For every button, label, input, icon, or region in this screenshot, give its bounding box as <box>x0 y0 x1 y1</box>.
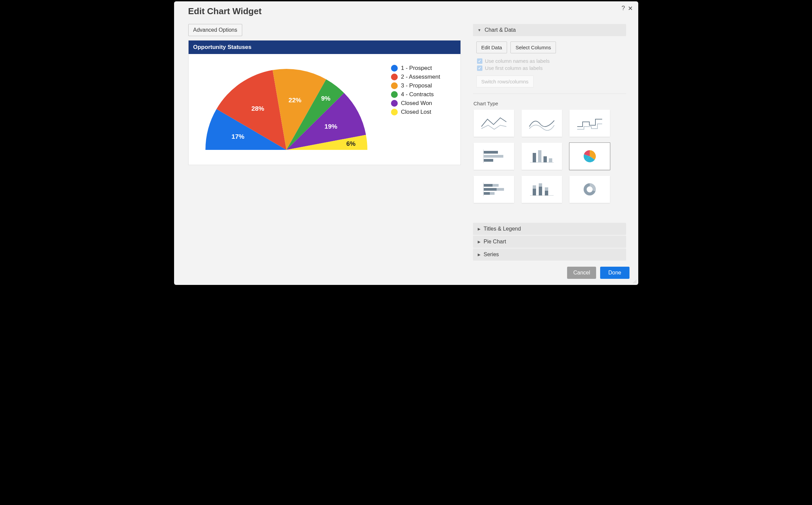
svg-rect-2 <box>484 155 503 158</box>
section-label: Series <box>484 251 499 258</box>
svg-rect-10 <box>484 184 493 187</box>
legend-label: 1 - Prospect <box>401 65 432 72</box>
legend-swatch <box>391 91 398 98</box>
legend-item: 1 - Prospect <box>391 65 440 72</box>
chart-type-grid <box>473 110 626 203</box>
chevron-right-icon: ▶ <box>478 240 480 244</box>
svg-rect-15 <box>490 192 495 195</box>
help-icon[interactable]: ? <box>621 5 625 12</box>
legend-swatch <box>391 109 398 115</box>
legend-item: Closed Lost <box>391 109 440 115</box>
svg-rect-22 <box>545 187 548 191</box>
legend-label: 4 - Contracts <box>401 91 434 98</box>
section-chart-and-data[interactable]: ▼ Chart & Data <box>473 24 626 36</box>
svg-rect-18 <box>533 185 536 189</box>
chevron-right-icon: ▶ <box>478 252 480 257</box>
use-column-names-label: Use column names as labels <box>485 58 550 64</box>
advanced-options-button[interactable]: Advanced Options <box>188 24 243 36</box>
legend-label: Closed Lost <box>401 109 431 115</box>
svg-rect-7 <box>543 156 547 162</box>
svg-rect-13 <box>497 188 504 191</box>
svg-rect-11 <box>493 184 499 187</box>
legend-item: Closed Won <box>391 100 440 107</box>
chart-title: Opportunity Statuses <box>189 41 460 54</box>
chart-type-bar-v[interactable] <box>522 143 562 170</box>
done-button[interactable]: Done <box>600 267 629 279</box>
chevron-down-icon: ▼ <box>478 28 481 32</box>
slice-label: 28% <box>251 105 264 112</box>
svg-rect-17 <box>533 189 536 195</box>
legend-swatch <box>391 74 398 80</box>
legend-item: 4 - Contracts <box>391 91 440 98</box>
slice-label: 9% <box>321 95 330 102</box>
section-titles-legend[interactable]: ▶ Titles & Legend <box>473 223 626 235</box>
section-label: Pie Chart <box>484 239 506 245</box>
svg-rect-19 <box>539 187 542 195</box>
legend-label: Closed Won <box>401 100 432 107</box>
use-column-names-checkbox[interactable]: ✓ <box>477 58 482 64</box>
dialog-title: Edit Chart Widget <box>188 6 262 17</box>
use-first-column-checkbox[interactable]: ✓ <box>477 65 482 71</box>
svg-point-24 <box>587 186 593 192</box>
legend-swatch <box>391 65 398 72</box>
slice-label: 6% <box>346 140 356 147</box>
svg-rect-5 <box>533 153 536 162</box>
svg-rect-12 <box>484 188 497 191</box>
switch-rows-columns-button[interactable]: Switch rows/columns <box>476 76 534 87</box>
chart-type-pie[interactable] <box>569 143 610 170</box>
chart-type-step-line[interactable] <box>569 110 610 137</box>
edit-chart-widget-dialog: ? ✕ Edit Chart Widget Advanced Options O… <box>174 1 638 285</box>
chart-type-label: Chart Type <box>473 94 626 110</box>
svg-rect-21 <box>545 191 548 195</box>
chart-type-bar-h-stacked[interactable] <box>474 176 514 203</box>
legend-item: 3 - Proposal <box>391 82 440 89</box>
section-label: Chart & Data <box>484 27 515 33</box>
legend-swatch <box>391 100 398 107</box>
section-series[interactable]: ▶ Series <box>473 248 626 261</box>
chart-type-donut[interactable] <box>569 176 610 203</box>
chart-preview-card: Opportunity Statuses 17%28%22%9%19%6% 1 … <box>188 40 461 165</box>
legend-label: 2 - Assessment <box>401 74 440 80</box>
close-icon[interactable]: ✕ <box>628 5 633 12</box>
cancel-button[interactable]: Cancel <box>567 267 596 279</box>
svg-rect-14 <box>484 192 490 195</box>
chart-type-bar-h[interactable] <box>474 143 514 170</box>
half-pie-chart: 17%28%22%9%19%6% <box>202 62 384 157</box>
slice-label: 17% <box>231 133 244 140</box>
select-columns-button[interactable]: Select Columns <box>510 42 556 53</box>
svg-rect-6 <box>538 150 541 162</box>
svg-rect-3 <box>484 159 493 162</box>
chart-legend: 1 - Prospect2 - Assessment3 - Proposal4 … <box>391 62 440 157</box>
slice-label: 19% <box>324 123 337 130</box>
svg-rect-8 <box>549 158 552 162</box>
slice-label: 22% <box>288 97 301 104</box>
section-chart-and-data-content: Edit Data Select Columns ✓ Use column na… <box>473 37 626 206</box>
chart-type-line[interactable] <box>474 110 514 137</box>
chart-type-spline[interactable] <box>522 110 562 137</box>
svg-line-27 <box>636 283 637 283</box>
section-pie-chart[interactable]: ▶ Pie Chart <box>473 236 626 248</box>
chart-type-bar-v-stacked[interactable] <box>522 176 562 203</box>
legend-label: 3 - Proposal <box>401 82 432 89</box>
section-label: Titles & Legend <box>484 226 521 232</box>
legend-swatch <box>391 82 398 89</box>
chevron-right-icon: ▶ <box>478 227 480 231</box>
resize-grip-icon[interactable] <box>632 279 637 284</box>
legend-item: 2 - Assessment <box>391 74 440 80</box>
edit-data-button[interactable]: Edit Data <box>476 42 507 53</box>
svg-rect-20 <box>539 183 542 187</box>
use-first-column-label: Use first column as labels <box>485 65 543 71</box>
svg-rect-1 <box>484 151 498 154</box>
